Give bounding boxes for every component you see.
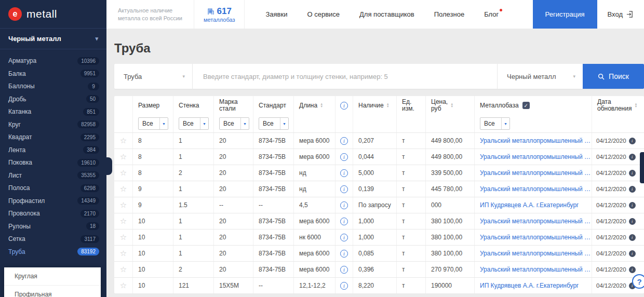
sort-price[interactable]: ▲▼ — [450, 103, 453, 108]
star-icon[interactable]: ☆ — [120, 152, 127, 161]
metal-type-select[interactable]: Черный металл ▾ — [497, 64, 583, 89]
base-link[interactable]: Уральский металлопромышленный центр... — [480, 266, 592, 273]
date-info-icon[interactable]: i — [629, 250, 636, 257]
search-button[interactable]: Поиск — [583, 64, 644, 89]
sidebar-item[interactable]: Сетка 3117 — [0, 233, 106, 246]
steel-filter-select[interactable]: Все▼ — [219, 117, 249, 130]
base-checkbox[interactable]: ✓ — [522, 102, 530, 109]
nav-item[interactable]: Полезное — [434, 10, 464, 18]
sort-date[interactable]: ▲▼ — [634, 103, 637, 108]
star-icon[interactable]: ☆ — [120, 200, 127, 210]
sidebar-collapse-handle[interactable] — [106, 157, 112, 175]
nav-item[interactable]: Заявки — [265, 10, 287, 18]
info-icon[interactable]: i — [340, 201, 348, 209]
sort-availability[interactable]: ▲▼ — [386, 103, 390, 108]
nav-item[interactable]: Блог — [484, 10, 499, 18]
sidebar-item[interactable]: Труба 83192 — [0, 246, 106, 259]
cell-unit: т — [397, 149, 426, 165]
info-icon[interactable]: i — [340, 169, 348, 177]
base-link[interactable]: Уральский металлопромышленный центр... — [480, 234, 592, 241]
star-icon[interactable]: ☆ — [120, 265, 127, 274]
info-icon: i — [340, 102, 348, 110]
base-link[interactable]: ИП Кудрявцев А.А. г.Екатеринбург — [480, 201, 579, 209]
sidebar-item[interactable]: Профнастил 14349 — [0, 195, 106, 208]
base-link[interactable]: Уральский металлопромышленный центр... — [480, 250, 592, 257]
base-link[interactable]: Уральский металлопромышленный центр... — [480, 185, 592, 193]
tagline-line1: Актуальное наличие — [118, 7, 182, 15]
cell-date: 04/12/2020 i — [592, 246, 644, 261]
date-info-icon[interactable]: i — [629, 138, 636, 144]
base-filter-select[interactable]: Все▼ — [480, 117, 510, 130]
star-icon[interactable]: ☆ — [120, 168, 127, 178]
sidebar-item-label: Профнастил — [8, 197, 45, 205]
nav-item[interactable]: Для поставщиков — [359, 10, 414, 18]
cell-length: нк 6000 — [294, 230, 336, 245]
date-info-icon[interactable]: i — [629, 154, 636, 160]
date-info-icon[interactable]: i — [629, 266, 636, 273]
sidebar-category-header[interactable]: Черный металл ▾ — [0, 29, 106, 49]
sidebar-item[interactable]: Квадрат 2295 — [0, 131, 106, 144]
sidebar-item[interactable]: Лист 35355 — [0, 169, 106, 182]
info-icon[interactable]: i — [340, 282, 348, 290]
date-info-icon[interactable]: i — [629, 202, 636, 209]
sidebar-item[interactable]: Проволока 2170 — [0, 207, 106, 220]
info-icon[interactable]: i — [340, 218, 348, 225]
sidebar-item[interactable]: Поковка 19610 — [0, 156, 106, 169]
cell-wall: 1.5 — [173, 197, 214, 213]
search-category-select[interactable]: Труба ▾ — [114, 64, 192, 89]
star-icon[interactable]: ☆ — [120, 233, 127, 242]
sidebar-item[interactable]: Круг 82958 — [0, 118, 106, 131]
star-icon[interactable]: ☆ — [120, 281, 127, 290]
cell-unit: т — [397, 197, 426, 213]
submenu-item[interactable]: Круглая — [4, 267, 101, 286]
wall-filter-select[interactable]: Все▼ — [179, 117, 209, 130]
sidebar-item[interactable]: Рулоны 18 — [0, 220, 106, 233]
info-icon[interactable]: i — [340, 266, 348, 274]
date-info-icon[interactable]: i — [629, 234, 636, 241]
login-icon — [626, 10, 634, 18]
star-icon[interactable]: ☆ — [120, 249, 127, 258]
cell-availability: По запросу — [353, 197, 397, 213]
star-icon[interactable]: ☆ — [120, 184, 127, 194]
chevron-down-icon: ▾ — [95, 35, 98, 42]
sidebar-item[interactable]: Дробь 50 — [0, 93, 106, 106]
login-button[interactable]: Вход — [597, 0, 644, 29]
submenu-item[interactable]: Профильная — [4, 286, 101, 297]
sidebar-item[interactable]: Полоса 6298 — [0, 182, 106, 195]
cell-length: мера 6000 — [294, 149, 336, 165]
base-link[interactable]: ИП Кудрявцев А.А. г.Екатеринбург — [480, 282, 579, 289]
standard-filter-select[interactable]: Все▼ — [259, 117, 289, 130]
register-button[interactable]: Регистрация — [533, 0, 597, 29]
star-icon[interactable]: ☆ — [120, 136, 127, 145]
sidebar-item[interactable]: Катанка 851 — [0, 105, 106, 118]
info-icon[interactable]: i — [340, 153, 348, 161]
sidebar-item[interactable]: Арматура 10396 — [0, 55, 106, 68]
info-icon[interactable]: i — [340, 250, 348, 258]
right-edge-handle[interactable] — [640, 152, 644, 183]
base-link[interactable]: Уральский металлопромышленный центр... — [480, 153, 592, 160]
cell-availability: 0,396 — [353, 262, 397, 277]
nav-item[interactable]: О сервисе — [307, 10, 340, 18]
date-info-icon[interactable]: i — [629, 170, 636, 177]
sort-length[interactable]: ▲▼ — [320, 103, 323, 108]
sidebar-item[interactable]: Балка 9951 — [0, 68, 106, 80]
size-filter-select[interactable]: Все▼ — [138, 117, 168, 130]
logo-icon: e — [8, 7, 22, 21]
base-link[interactable]: Уральский металлопромышленный центр... — [480, 137, 592, 144]
logo[interactable]: e metall — [0, 0, 106, 29]
info-icon[interactable]: i — [340, 185, 348, 193]
info-icon[interactable]: i — [340, 234, 348, 241]
base-link[interactable]: Уральский металлопромышленный центр... — [480, 218, 592, 225]
logo-text: metall — [26, 8, 57, 20]
cell-availability: 5,000 — [353, 165, 397, 181]
sidebar-item[interactable]: Баллоны 9 — [0, 80, 106, 93]
date-info-icon[interactable]: i — [629, 186, 636, 193]
base-link[interactable]: Уральский металлопромышленный центр... — [480, 169, 592, 177]
help-button[interactable]: ? — [632, 274, 644, 289]
sidebar-item[interactable]: Лента 384 — [0, 144, 106, 157]
search-input[interactable] — [192, 64, 497, 89]
bases-counter[interactable]: 617 металлобаз — [194, 0, 245, 29]
info-icon[interactable]: i — [340, 137, 348, 145]
star-icon[interactable]: ☆ — [120, 217, 127, 226]
date-info-icon[interactable]: i — [629, 218, 636, 225]
